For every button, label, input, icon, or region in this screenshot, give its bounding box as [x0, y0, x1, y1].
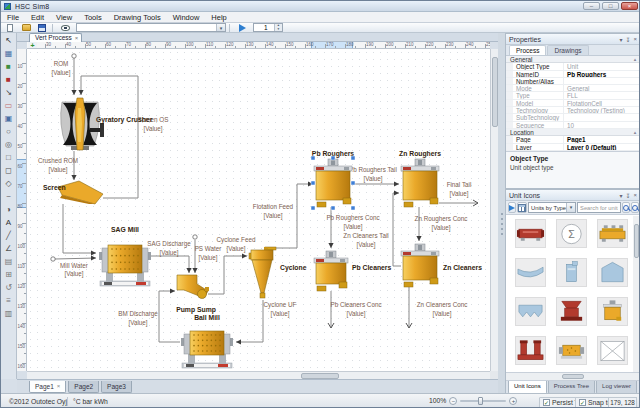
- unit-icons-panel-header[interactable]: Unit Icons ▾ ↧ ×: [506, 190, 640, 201]
- panel-splitter[interactable]: [498, 33, 505, 393]
- maximize-button[interactable]: □: [602, 2, 619, 10]
- select-tool[interactable]: ↖: [2, 34, 15, 47]
- close-page-icon[interactable]: ×: [57, 381, 61, 392]
- selection-handle[interactable]: [331, 156, 335, 160]
- page-tab-page2[interactable]: Page2: [68, 381, 99, 393]
- line-tool[interactable]: ╱: [2, 229, 15, 242]
- run-button[interactable]: [235, 23, 249, 32]
- unit-icon-bin[interactable]: [597, 258, 628, 287]
- stream-source-icon[interactable]: [51, 257, 55, 261]
- selection-handle[interactable]: [311, 156, 315, 160]
- insert-unit-tool[interactable]: ■: [2, 60, 15, 73]
- selection-handle[interactable]: [311, 181, 315, 185]
- connect-tool[interactable]: ↘: [2, 86, 15, 99]
- stream-pb-cleaners-conc[interactable]: Pb Cleaners Conc[Value]: [328, 291, 382, 328]
- pin-icon[interactable]: ↧: [625, 36, 630, 43]
- menu-item-drawing-tools[interactable]: Drawing Tools: [108, 12, 167, 23]
- properties-tab-drawings[interactable]: Drawings: [547, 45, 588, 55]
- unit-icon-rod-mill[interactable]: [515, 219, 546, 248]
- ruler-plus-icon[interactable]: +: [28, 42, 37, 49]
- page-tab-page1[interactable]: Page1×: [29, 381, 66, 393]
- menu-item-tools[interactable]: Tools: [78, 12, 108, 23]
- scrollbar-thumb[interactable]: [634, 224, 639, 258]
- unit-icon-lamella[interactable]: [515, 297, 546, 326]
- canvas-vertical-scrollbar[interactable]: [490, 49, 498, 371]
- property-value-type[interactable]: FLL: [564, 92, 640, 98]
- pin-icon[interactable]: ↧: [625, 192, 630, 199]
- stream-flotation-feed[interactable]: Flotation Feed[Value]: [253, 181, 313, 248]
- zoom-in-button[interactable]: +: [509, 397, 517, 405]
- properties-section-location[interactable]: Location▴: [506, 129, 640, 136]
- stream-crushed-rom[interactable]: Crushed ROM[Value]: [38, 151, 78, 180]
- save-button[interactable]: [35, 23, 49, 32]
- property-value-technology[interactable]: Technology (Testing): [564, 107, 640, 113]
- open-button[interactable]: [19, 23, 33, 32]
- rounded-rectangle-tool[interactable]: ◻: [2, 164, 15, 177]
- new-button[interactable]: [3, 23, 17, 32]
- close-tab-icon[interactable]: ×: [75, 34, 79, 42]
- unit-icon-crusher[interactable]: [556, 297, 587, 326]
- properties-tab-process[interactable]: Process: [509, 45, 546, 55]
- property-value-page[interactable]: Page1: [564, 136, 640, 142]
- circle-tool[interactable]: ○: [2, 125, 15, 138]
- rotate-tool[interactable]: ↺: [2, 281, 15, 294]
- erase-tool[interactable]: ▭: [2, 99, 15, 112]
- spinner-arrows-icon[interactable]: ▴▾: [274, 24, 282, 31]
- unit-icon-curved-screen[interactable]: [515, 258, 546, 287]
- flowsheet-unit-pb-roughers[interactable]: [314, 159, 352, 207]
- layers-tool[interactable]: ▥: [2, 307, 15, 320]
- align-tool[interactable]: ≡: [2, 294, 15, 307]
- angle-tool[interactable]: ∠: [2, 242, 15, 255]
- stream-screen-uf[interactable]: [63, 204, 96, 256]
- flowsheet-canvas[interactable]: ROM[Value]Screen OS[Value]Crushed ROM[Va…: [27, 49, 490, 371]
- ellipse-tool[interactable]: ◎: [2, 138, 15, 151]
- view-button[interactable]: [58, 23, 72, 32]
- zoom-slider-thumb[interactable]: [478, 397, 483, 405]
- panel-close-icon[interactable]: ×: [633, 192, 637, 199]
- model-combobox[interactable]: ▾: [76, 23, 226, 32]
- label-tool[interactable]: ▣: [2, 112, 15, 125]
- stream-cyclone-uf[interactable]: Cyclone UF[Value]: [236, 300, 297, 345]
- unit-icon-generic-unit[interactable]: [597, 336, 628, 365]
- selection-handle[interactable]: [351, 181, 355, 185]
- text-tool[interactable]: A: [2, 216, 15, 229]
- unit-icon-ball-mill[interactable]: [556, 336, 587, 365]
- selection-handle[interactable]: [351, 206, 355, 210]
- unit-icon-column-cell[interactable]: [556, 258, 587, 287]
- flowsheet-unit-gyratory-crusher[interactable]: [61, 98, 104, 150]
- page-tab-page3[interactable]: Page3: [101, 381, 132, 393]
- canvas-horizontal-scrollbar[interactable]: [27, 371, 490, 379]
- flowsheet-diagram[interactable]: ROM[Value]Screen OS[Value]Crushed ROM[Va…: [27, 49, 490, 371]
- collapse-icon[interactable]: ▴: [630, 56, 640, 62]
- units-filter-dropdown[interactable]: Units by Type ▾: [528, 202, 576, 213]
- panel-close-icon[interactable]: ×: [633, 36, 637, 43]
- stream-bm-discharge[interactable]: BM Discharge[Value]: [118, 288, 180, 342]
- zoom-out-button[interactable]: −: [449, 397, 457, 405]
- search-button[interactable]: [622, 202, 630, 213]
- menu-item-edit[interactable]: Edit: [25, 12, 50, 23]
- group-tool[interactable]: ⊞: [2, 268, 15, 281]
- unit-search-input[interactable]: [577, 202, 621, 213]
- collapse-icon[interactable]: ▴: [630, 129, 640, 135]
- flowsheet-unit-cyclone[interactable]: [249, 247, 276, 298]
- apply-button[interactable]: [508, 202, 516, 213]
- unit-icon-screen-sum[interactable]: Σ: [556, 219, 587, 248]
- unit-icon-flotation-bank[interactable]: [597, 219, 628, 248]
- stream-pb-roughers-tail[interactable]: Pb Roughers Tail[Value]: [349, 166, 399, 187]
- stream-final-tail[interactable]: Final Tail[Value]: [439, 181, 478, 206]
- panel-menu-icon[interactable]: ▾: [619, 192, 622, 199]
- properties-section-general[interactable]: General▴: [506, 56, 640, 63]
- property-value-subtechnology[interactable]: [564, 114, 640, 120]
- property-value-mode[interactable]: General: [564, 85, 640, 91]
- zoom-slider[interactable]: [460, 400, 506, 402]
- property-value-sequence[interactable]: 10: [564, 122, 640, 128]
- stream-source-icon[interactable]: [72, 54, 76, 58]
- stream-source-icon[interactable]: [193, 235, 197, 239]
- icon-grid-horizontal-scrollbar[interactable]: [506, 373, 640, 381]
- iterations-spinner[interactable]: 1 ▴▾: [253, 23, 283, 32]
- menu-item-window[interactable]: Window: [167, 12, 206, 23]
- selection-handle[interactable]: [311, 206, 315, 210]
- panel-menu-icon[interactable]: ▾: [619, 36, 622, 43]
- unit-icon-mill-stand[interactable]: [515, 336, 546, 365]
- flowsheet-unit-zn-cleaners[interactable]: [401, 244, 439, 287]
